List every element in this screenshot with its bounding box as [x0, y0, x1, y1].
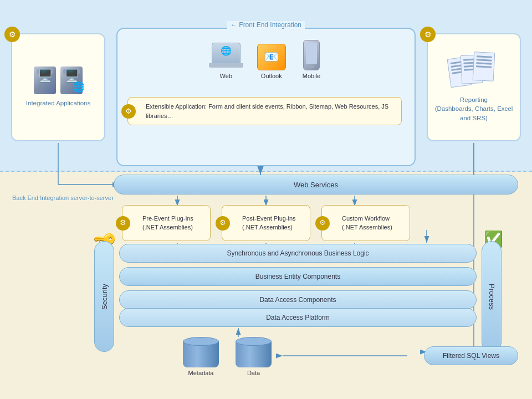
database-area: Metadata Data	[183, 337, 272, 376]
integrated-apps-label: Integrated Applications	[26, 99, 90, 108]
data-label: Data	[247, 370, 260, 376]
report-page-3	[473, 52, 495, 81]
filtered-sql-label: Filtered SQL Views	[443, 352, 499, 360]
plugin-area: ⚙ Pre-Event Plug-ins(.NET Assemblies) ⚙ …	[122, 205, 410, 241]
metadata-label: Metadata	[188, 370, 214, 376]
sync-async-bar: Synchronous and Asynchronous Business Lo…	[119, 244, 477, 263]
custom-workflow-label: Custom Workflow(.NET Assemblies)	[342, 214, 392, 232]
data-platform-label: Data Access Platform	[266, 314, 330, 321]
outlook-client: 📧 Outlook	[257, 44, 286, 79]
filtered-sql-views-box: Filtered SQL Views	[424, 346, 518, 365]
web-client: Web	[212, 43, 241, 79]
web-services-label: Web Services	[294, 181, 338, 189]
data-db: Data	[236, 337, 272, 376]
pre-event-plugin-box: ⚙ Pre-Event Plug-ins(.NET Assemblies)	[122, 205, 211, 241]
main-container: ⚙ 🖥️ 🖥️ Integrated Applications Back End…	[0, 0, 532, 399]
reporting-gear-icon: ⚙	[420, 27, 436, 42]
extensible-gear-icon: ⚙	[121, 104, 136, 119]
post-event-gear-icon: ⚙	[216, 216, 230, 231]
logic-stack: Synchronous and Asynchronous Business Lo…	[119, 244, 477, 314]
metadata-cylinder	[183, 337, 219, 367]
sync-async-label: Synchronous and Asynchronous Business Lo…	[227, 249, 369, 257]
web-icon	[212, 43, 241, 64]
integrated-applications-box: ⚙ 🖥️ 🖥️ Integrated Applications	[11, 33, 105, 141]
web-label: Web	[220, 73, 232, 79]
mobile-icon	[303, 40, 320, 70]
mobile-label: Mobile	[303, 73, 320, 79]
custom-workflow-gear-icon: ⚙	[315, 216, 330, 231]
pre-event-label: Pre-Event Plug-ins(.NET Assemblies)	[142, 214, 193, 232]
outlook-icon: 📧	[257, 44, 286, 70]
outlook-label: Outlook	[261, 73, 282, 79]
extensible-app-box: ⚙ Extensible Application: Form and clien…	[127, 97, 402, 125]
security-bar: Security	[94, 241, 114, 352]
business-entity-label: Business Entity Components	[255, 273, 340, 280]
data-top	[236, 337, 272, 346]
client-icons-row: Web 📧 Outlook Mobile	[212, 40, 320, 79]
metadata-top	[183, 337, 219, 346]
pre-event-gear-icon: ⚙	[116, 216, 130, 231]
data-access-components-bar: Data Access Components	[119, 290, 477, 309]
integrated-apps-gear-icon: ⚙	[4, 27, 20, 42]
post-event-plugin-box: ⚙ Post-Event Plug-ins(.NET Assemblies)	[222, 205, 310, 241]
server-icon-1: 🖥️	[34, 66, 56, 94]
front-end-integration-label: ← Front End Integration	[227, 21, 305, 29]
reporting-label: Reporting (Dashboards, Charts, Excel and…	[433, 95, 514, 122]
process-bar: Process	[482, 241, 502, 352]
metadata-db: Metadata	[183, 337, 219, 376]
data-cylinder	[236, 337, 272, 367]
web-services-bar: Web Services	[114, 175, 518, 195]
custom-workflow-box: ⚙ Custom Workflow(.NET Assemblies)	[321, 205, 410, 241]
server-icon-2: 🖥️	[60, 66, 83, 94]
report-icons	[449, 52, 499, 91]
security-label: Security	[100, 284, 109, 310]
post-event-label: Post-Event Plug-ins(.NET Assemblies)	[242, 214, 296, 232]
business-entity-bar: Business Entity Components	[119, 267, 477, 286]
extensible-text: Extensible Application: Form and client …	[146, 103, 388, 119]
server-icons: 🖥️ 🖥️	[34, 66, 83, 94]
data-access-components-label: Data Access Components	[259, 296, 336, 304]
mobile-client: Mobile	[303, 40, 320, 79]
process-label: Process	[488, 284, 496, 310]
data-access-platform-bar: Data Access Platform	[119, 308, 477, 327]
backend-integration-label: Back End Integration server-to-server	[12, 194, 114, 202]
reporting-box: ⚙ Reporting (Dashboards, Charts, Excel a…	[427, 33, 521, 141]
